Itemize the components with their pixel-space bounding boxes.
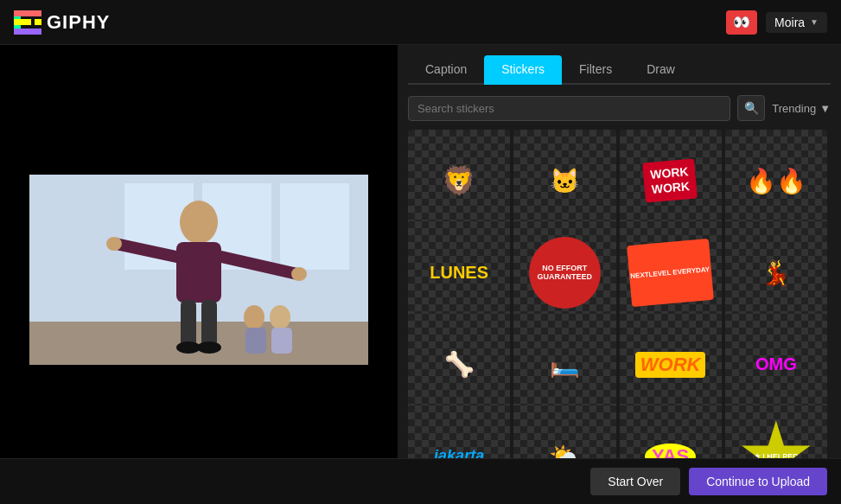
svg-rect-24 (271, 328, 292, 354)
continue-to-upload-button[interactable]: Continue to Upload (689, 468, 827, 495)
sticker-work-orange[interactable]: WORK (620, 314, 722, 416)
svg-rect-22 (245, 328, 266, 354)
sticker-fire[interactable]: 🔥🔥 (725, 130, 827, 232)
sticker-panel: Caption Stickers Filters Draw 🔍 Trending… (398, 45, 841, 504)
app-header: GIPHY 👀 Moira ▼ (0, 0, 841, 45)
video-bg-top (29, 105, 368, 175)
svg-rect-12 (176, 242, 221, 303)
svg-point-21 (244, 305, 264, 329)
sticker-omg[interactable]: OMG (725, 314, 827, 416)
sticker-person-dance[interactable]: 💃 (725, 221, 827, 323)
sticker-lion[interactable]: 🦁 (408, 130, 510, 232)
svg-rect-4 (35, 10, 41, 16)
user-menu-button[interactable]: Moira ▼ (766, 12, 827, 33)
svg-rect-3 (35, 19, 41, 25)
svg-point-19 (176, 341, 201, 354)
video-container (29, 105, 368, 444)
nextlvl-text: NEXTLEVEL EVERYDAY (627, 239, 713, 307)
tab-filters[interactable]: Filters (562, 55, 629, 85)
sticker-grid: 🦁 🐱 WORKWORK 🔥🔥 LUNES NO EFFORT GUARANTE… (408, 130, 831, 494)
sticker-lunes[interactable]: LUNES (408, 221, 510, 323)
video-preview-panel (0, 45, 398, 504)
svg-point-20 (197, 341, 221, 354)
trending-dropdown[interactable]: Trending ▼ (772, 102, 831, 115)
svg-rect-5 (14, 29, 41, 35)
search-icon: 🔍 (744, 101, 759, 115)
video-bg-bottom (29, 365, 368, 443)
svg-point-15 (291, 267, 307, 281)
footer-actions: Start Over Continue to Upload (0, 458, 841, 504)
giphy-logo-icon (14, 10, 41, 35)
header-right: 👀 Moira ▼ (726, 10, 827, 35)
tab-stickers[interactable]: Stickers (484, 55, 562, 85)
tab-draw[interactable]: Draw (629, 55, 692, 85)
sticker-work-work[interactable]: WORKWORK (620, 130, 722, 232)
svg-point-11 (180, 201, 218, 244)
sticker-pillow[interactable]: 🛏️ (513, 314, 615, 416)
trending-label: Trending (772, 102, 816, 115)
username-label: Moira (774, 16, 805, 29)
main-content: Caption Stickers Filters Draw 🔍 Trending… (0, 45, 841, 504)
search-area: 🔍 Trending ▼ (408, 95, 831, 121)
svg-rect-17 (181, 300, 196, 348)
work-orange-text: WORK (635, 352, 706, 378)
omg-text: OMG (755, 354, 797, 374)
sticker-nextlvl[interactable]: NEXTLEVEL EVERYDAY (620, 221, 722, 323)
start-over-button[interactable]: Start Over (590, 468, 680, 495)
avatar: 👀 (726, 10, 757, 35)
editor-tabs: Caption Stickers Filters Draw (408, 55, 831, 85)
trending-chevron: ▼ (819, 102, 831, 115)
search-button[interactable]: 🔍 (737, 95, 765, 121)
video-frame (29, 175, 368, 365)
sticker-grid-wrapper: 🦁 🐱 WORKWORK 🔥🔥 LUNES NO EFFORT GUARANTE… (408, 130, 831, 494)
logo-area: GIPHY (14, 10, 110, 35)
person-figure-svg (29, 175, 368, 365)
tab-caption[interactable]: Caption (408, 55, 484, 85)
avatar-emoji: 👀 (733, 14, 750, 30)
logo-text: GIPHY (47, 11, 110, 34)
svg-rect-8 (280, 183, 349, 270)
search-input[interactable] (408, 96, 730, 121)
chevron-down-icon: ▼ (810, 17, 819, 27)
lunes-text: LUNES (430, 263, 488, 283)
svg-point-16 (106, 237, 122, 251)
svg-rect-18 (201, 300, 217, 348)
svg-point-23 (270, 305, 290, 329)
sticker-no-effort[interactable]: NO EFFORT GUARANTEED (513, 221, 615, 323)
sticker-cat[interactable]: 🐱 (513, 130, 615, 232)
svg-rect-2 (14, 19, 31, 25)
svg-rect-10 (29, 322, 368, 365)
no-effort-text: NO EFFORT GUARANTEED (529, 237, 601, 309)
sticker-skeleton-hand[interactable]: 🦴 (408, 314, 510, 416)
